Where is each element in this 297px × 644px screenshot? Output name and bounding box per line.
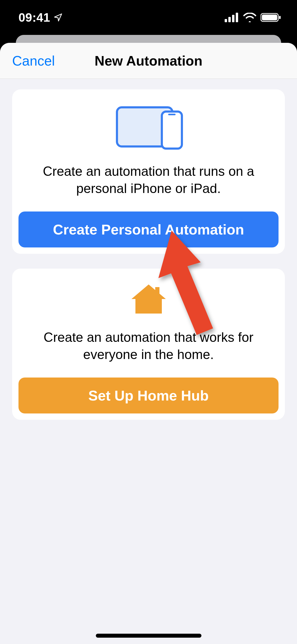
home-indicator[interactable]	[96, 634, 201, 638]
personal-automation-card: Create an automation that runs on a pers…	[12, 89, 285, 254]
svg-rect-0	[225, 19, 227, 22]
status-time-group: 09:41	[18, 10, 63, 25]
content-area: Create an automation that runs on a pers…	[0, 79, 297, 445]
battery-icon	[261, 13, 281, 22]
create-personal-automation-button[interactable]: Create Personal Automation	[18, 211, 279, 247]
location-icon	[53, 13, 63, 22]
status-time: 09:41	[18, 10, 50, 25]
devices-icon	[18, 103, 279, 150]
wifi-icon	[243, 13, 256, 22]
nav-bar: Cancel New Automation	[0, 43, 297, 79]
svg-rect-6	[279, 16, 281, 19]
modal-sheet: Cancel New Automation Create an automati…	[0, 43, 297, 644]
personal-automation-description: Create an automation that runs on a pers…	[18, 163, 279, 197]
svg-rect-1	[228, 17, 231, 22]
svg-rect-3	[236, 13, 238, 22]
cellular-signal-icon	[225, 13, 239, 22]
svg-rect-9	[168, 114, 176, 115]
home-automation-description: Create an automation that works for ever…	[18, 329, 279, 363]
status-indicators	[225, 13, 281, 22]
svg-rect-10	[155, 287, 159, 295]
cancel-button[interactable]: Cancel	[12, 53, 55, 69]
status-bar: 09:41	[0, 0, 297, 35]
setup-home-hub-button[interactable]: Set Up Home Hub	[18, 378, 279, 413]
page-title: New Automation	[95, 53, 202, 69]
home-icon	[18, 282, 279, 316]
svg-rect-2	[232, 15, 234, 22]
svg-rect-8	[162, 112, 182, 149]
home-automation-card: Create an automation that works for ever…	[12, 269, 285, 420]
svg-rect-5	[262, 15, 277, 20]
